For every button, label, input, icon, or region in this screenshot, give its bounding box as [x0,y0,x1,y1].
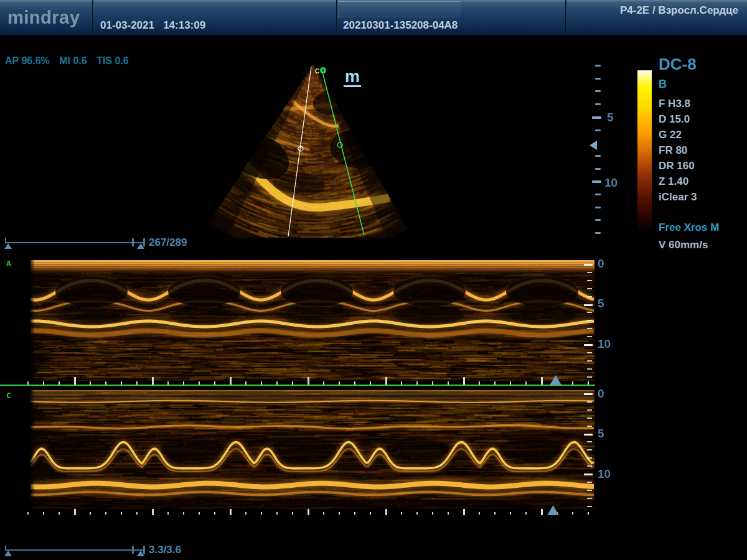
time-tick [121,512,122,515]
depth-tick [587,441,592,442]
m-cursor-icon: m [344,68,361,87]
depth-tick [587,296,592,297]
depth-tick [584,264,593,266]
time-tick [463,509,465,515]
time-tick [370,512,371,515]
time-tick [308,509,309,515]
sweep-speed-value: V 60mm/s [659,239,746,251]
time-tick [416,512,418,515]
trace-a-depth-scale [584,264,595,382]
datetime-display: 01-03-2021 14:13:09 [100,19,205,32]
mindray-logo: mindray [7,7,80,28]
time-tick [199,512,200,515]
time-tick [261,512,262,515]
time-tick [183,512,184,515]
time-tick [74,509,76,515]
tis-value: TIS 0.6 [96,55,129,66]
depth-tick [587,498,592,499]
trace-a-label: A [6,259,11,268]
m-mode-trace-a [30,260,594,381]
param-depth: D 15.0 [659,111,746,127]
depth-tick [587,280,592,281]
trace-a-depth-10: 10 [598,337,611,351]
time-tick [136,512,138,515]
time-tick [354,512,355,515]
trace-c-label: C [6,391,11,400]
depth-tick [595,65,601,67]
trace-a-depth-0: 0 [598,257,604,271]
param-frequency: F H3.8 [659,96,746,111]
time-tick [230,509,232,515]
exam-id-display: 20210301-135208-04A8 [343,19,458,32]
depth-tick [587,328,592,329]
time-tick [494,512,496,515]
time-tick [43,512,44,515]
trace-c-depth-10: 10 [598,467,611,481]
time-start-tick [5,545,6,551]
depth-tick [587,401,592,403]
time-scale-ticks [0,509,595,516]
mode-indicator: B [659,78,746,91]
time-tick [74,377,76,385]
depth-tick [587,409,592,411]
cine-progress-bar[interactable]: 267/289 [5,236,198,250]
time-tick [105,512,106,515]
depth-tick [587,368,592,370]
time-tick [152,509,154,515]
cine-track [5,242,144,243]
depth-tick [595,194,601,195]
time-progress-bar[interactable]: 3.3/3.6 [5,543,198,557]
depth-tick [584,344,593,346]
mi-value: MI 0.6 [59,55,87,66]
time-tick [323,512,324,515]
time-tick [276,512,278,515]
frame-counter: 267/289 [149,236,187,249]
time-tick [90,512,91,515]
time-tick [292,512,293,515]
cine-start-marker-icon[interactable] [4,243,12,249]
depth-tick [587,336,592,337]
topbar-divider [92,0,93,35]
time-tick [167,512,169,515]
time-tick [214,512,215,515]
time-tick [385,509,387,515]
depth-tick [587,376,592,378]
acoustic-output-status: AP 96.6% MI 0.6 TIS 0.6 [5,55,136,67]
depth-label-5: 5 [607,111,614,124]
top-bar: mindray 01-03-2021 14:13:09 20210301-135… [0,0,747,37]
param-iclear: iClear 3 [659,189,746,205]
cine-end-tick [143,238,145,246]
depth-tick [592,116,601,119]
system-name: DC-8 [659,55,746,74]
probe-preset-display: P4-2E / Взросл.Сердце [620,4,738,17]
free-xros-m-label: Free Xros M [659,222,746,234]
b-mode-image[interactable] [199,62,430,238]
time-scale-ticks [0,376,595,385]
acoustic-power-value: AP 96.6% [5,55,50,66]
depth-tick [587,506,592,507]
time-start-marker-icon[interactable] [4,551,12,556]
depth-tick [587,490,592,491]
depth-tick [584,474,593,475]
param-zoom: Z 1.40 [659,174,746,189]
depth-tick [595,207,601,208]
depth-tick [595,103,601,105]
ultrasound-screen: mindray 01-03-2021 14:13:09 20210301-135… [0,0,747,560]
patient-name-field[interactable] [338,1,461,18]
cine-current-tick [132,238,134,246]
cine-start-tick [5,238,6,243]
time-tick [27,512,29,515]
time-tick [230,377,232,385]
depth-ruler [591,62,604,244]
time-tick [525,512,527,515]
time-tick [152,377,154,385]
param-dynamic-range: DR 160 [659,158,746,174]
depth-tick [595,90,601,92]
time-tick [385,377,387,385]
depth-tick [584,393,593,395]
depth-tick [595,78,601,80]
param-gain: G 22 [659,127,746,142]
time-tick [245,512,247,515]
depth-label-10: 10 [604,176,618,190]
time-tick [479,512,480,515]
